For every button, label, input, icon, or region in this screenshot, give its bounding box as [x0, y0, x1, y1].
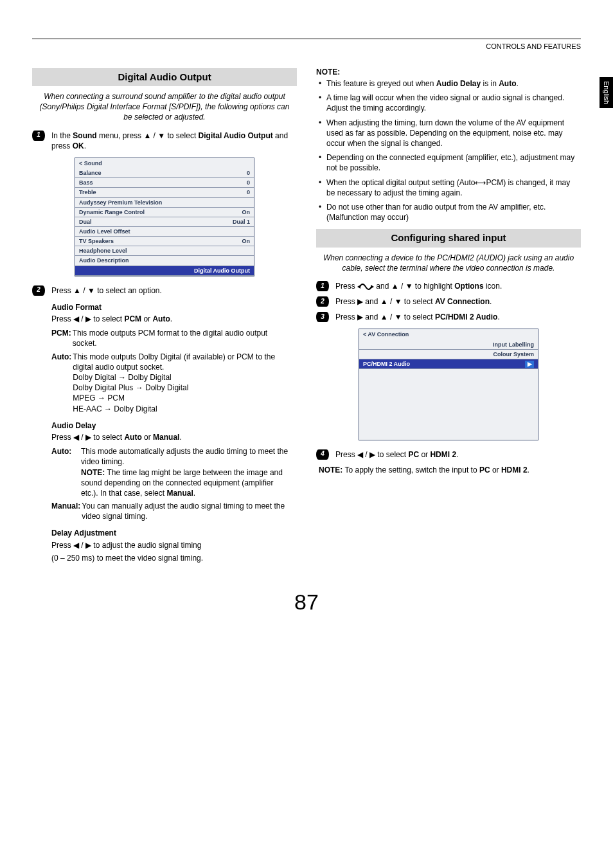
table-row: Input Labelling	[359, 340, 538, 350]
right-icon: ▶	[357, 312, 363, 321]
up-icon: ▲	[143, 131, 151, 140]
table-row: Dynamic Range ControlOn	[75, 207, 254, 217]
table-row: Treble0	[75, 188, 254, 197]
up-icon: ▲	[391, 282, 399, 291]
table-row: Headphone Level	[75, 246, 254, 256]
list-item: This feature is greyed out when Audio De…	[319, 78, 578, 89]
right-column: NOTE: This feature is greyed out when Au…	[316, 64, 581, 566]
delay-adj-head: Delay Adjustment	[51, 528, 292, 538]
up-icon: ▲	[380, 312, 388, 321]
pcm-row: PCM: This mode outputs PCM format to the…	[51, 328, 292, 348]
list-item: When the optical digital output setting …	[319, 177, 578, 198]
step-badge-3: 3	[316, 312, 329, 322]
step-r1-text: Press and ▲ / ▼ to highlight Options ico…	[335, 281, 576, 291]
list-item: A time lag will occur when the video sig…	[319, 93, 578, 113]
left-column: Digital Audio Output When connecting a s…	[32, 64, 297, 566]
table-row: DualDual 1	[75, 217, 254, 226]
right-icon: ▶	[85, 541, 91, 550]
step-2-text: Press ▲ / ▼ to select an option.	[51, 285, 292, 296]
right-arrow-icon: ▶	[525, 361, 534, 368]
section-title-digital-audio: Digital Audio Output	[32, 68, 297, 86]
table-row: TV SpeakersOn	[75, 237, 254, 246]
step-badge-2: 2	[32, 285, 45, 296]
step-badge-1: 1	[32, 131, 45, 141]
page-number: 87	[32, 588, 581, 617]
table-row: Audyssey Premium Television	[75, 197, 254, 207]
header-section: CONTROLS AND FEATURES	[32, 42, 581, 51]
audio-delay-head: Audio Delay	[51, 420, 292, 431]
delay-adj-line: Press ◀ / ▶ to adjust the audio signal t…	[51, 540, 292, 550]
step-r2-text: Press ▶ and ▲ / ▼ to select AV Connectio…	[335, 296, 576, 307]
step-r3-text: Press ▶ and ▲ / ▼ to select PC/HDMI 2 Au…	[335, 312, 576, 322]
audio-format-head: Audio Format	[51, 302, 292, 312]
table-row: Audio Description	[75, 256, 254, 266]
table-row-highlight: PC/HDMI 2 Audio▶	[359, 359, 538, 368]
delay-auto-row: Auto: This mode automatically adjusts th…	[51, 446, 292, 498]
final-note: NOTE: To apply the setting, switch the i…	[319, 465, 578, 475]
quick-menu-icon	[357, 283, 374, 291]
table-row: Audio Level Offset	[75, 227, 254, 237]
table-row-highlight: Digital Audio Output	[75, 266, 254, 275]
intro-digital-audio: When connecting a surround sound amplifi…	[36, 91, 293, 123]
right-icon: ▶	[85, 433, 91, 442]
up-icon: ▲	[380, 297, 388, 306]
left-icon: ◀	[73, 541, 79, 550]
auto-row: Auto: This mode outputs Dolby Digital (i…	[51, 352, 292, 414]
bidir-arrow-icon: ⟷	[475, 178, 486, 187]
right-icon: ▶	[369, 450, 375, 459]
note-head: NOTE:	[316, 67, 581, 77]
header-rule	[32, 39, 581, 39]
down-icon: ▼	[157, 131, 165, 140]
table-row: Colour System	[359, 349, 538, 359]
delay-manual-row: Manual: You can manually adjust the audi…	[51, 501, 292, 521]
list-item: Do not use other than for audio output f…	[319, 202, 578, 222]
sound-menu-title: < Sound	[75, 158, 254, 168]
av-menu-title: < AV Connection	[359, 329, 538, 339]
left-icon: ◀	[73, 314, 79, 323]
audio-format-line: Press ◀ / ▶ to select PCM or Auto.	[51, 314, 292, 324]
sound-menu-panel: < Sound Balance0 Bass0 Treble0 Audyssey …	[75, 158, 254, 276]
list-item: When adjusting the timing, turn down the…	[319, 118, 578, 149]
language-tab: English	[600, 77, 613, 108]
step-badge-4: 4	[316, 449, 329, 460]
section-title-shared-input: Configuring shared input	[316, 229, 581, 247]
audio-delay-line: Press ◀ / ▶ to select Auto or Manual.	[51, 432, 292, 442]
right-icon: ▶	[357, 297, 363, 306]
down-icon: ▼	[87, 286, 95, 295]
step-1-text: In the Sound menu, press ▲ / ▼ to select…	[51, 131, 292, 151]
down-icon: ▼	[405, 282, 413, 291]
up-icon: ▲	[73, 286, 81, 295]
right-icon: ▶	[85, 314, 91, 323]
down-icon: ▼	[395, 312, 402, 321]
step-badge-1: 1	[316, 281, 329, 291]
delay-adj-line2: (0 – 250 ms) to meet the video signal ti…	[51, 553, 292, 563]
av-menu-panel: < AV Connection Input Labelling Colour S…	[359, 329, 538, 440]
table-row: Bass0	[75, 178, 254, 188]
step-r4-text: Press ◀ / ▶ to select PC or HDMI 2.	[335, 449, 576, 460]
list-item: Depending on the connected equipment (am…	[319, 152, 578, 173]
table-row: Balance0	[75, 168, 254, 178]
note-list: This feature is greyed out when Audio De…	[319, 78, 578, 222]
left-icon: ◀	[73, 433, 79, 442]
intro-shared-input: When connecting a device to the PC/HDMI2…	[320, 253, 577, 273]
down-icon: ▼	[395, 297, 402, 306]
step-badge-2: 2	[316, 296, 329, 307]
left-icon: ◀	[357, 450, 363, 459]
